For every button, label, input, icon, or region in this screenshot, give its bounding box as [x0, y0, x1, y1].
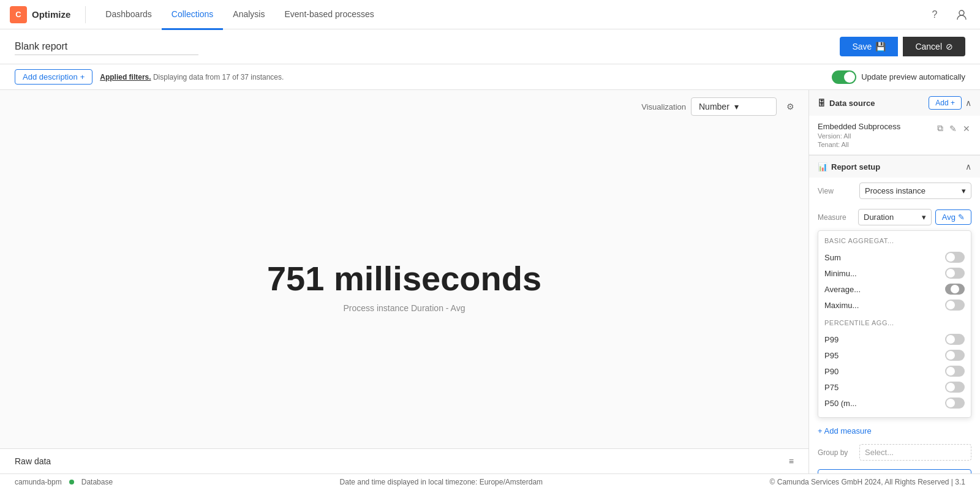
viz-type-select[interactable]: Number ▾: [691, 97, 777, 116]
tab-event-based[interactable]: Event-based processes: [274, 1, 383, 30]
measure-label: Measure: [818, 213, 854, 222]
preview-toggle-label: Update preview automatically: [861, 72, 965, 81]
group-by-placeholder: Select...: [865, 448, 894, 457]
group-by-select[interactable]: Select...: [859, 444, 971, 461]
group-by-row: Group by Select...: [809, 439, 980, 466]
ds-item-info: Embedded Subprocess Version: All Tenant:…: [818, 122, 936, 148]
report-title-input[interactable]: [15, 39, 198, 55]
help-icon[interactable]: ?: [926, 6, 943, 23]
view-select[interactable]: Process instance ▾: [859, 183, 971, 199]
brand-name: Optimize: [32, 9, 70, 20]
p50-label: P50 (m...: [824, 399, 857, 408]
p95-toggle[interactable]: [945, 350, 965, 361]
right-panel: 🗄 Data source Add + ∧ Embedded Subproces…: [809, 90, 980, 473]
measure-row: Measure Duration ▾ Avg ✎: [809, 204, 980, 230]
collapse-data-source-icon[interactable]: ∧: [965, 98, 971, 108]
main-content: Save 💾 Cancel ⊘ Add description + Applie…: [0, 29, 980, 490]
sub-header: Add description + Applied filters. Displ…: [0, 64, 980, 90]
brand-icon: C: [10, 6, 27, 23]
viz-controls: Visualization Number ▾ ⚙: [0, 90, 809, 123]
ds-item-version: Version: All: [818, 132, 936, 140]
view-value: Process instance: [865, 186, 925, 195]
agg-item-max: Maximu...: [824, 297, 965, 313]
save-label: Save: [852, 42, 872, 51]
edit-ds-icon[interactable]: ✎: [948, 123, 958, 135]
p99-toggle[interactable]: [945, 334, 965, 345]
save-button[interactable]: Save 💾: [840, 37, 898, 56]
sub-left: Add description + Applied filters. Displ…: [15, 69, 284, 89]
big-number-display: 751 milliseconds: [267, 258, 541, 298]
measure-select[interactable]: Duration ▾: [858, 209, 932, 225]
cancel-button[interactable]: Cancel ⊘: [903, 37, 965, 56]
add-measure-row: + Add measure: [809, 423, 980, 439]
chart-area: 751 milliseconds Process instance Durati…: [0, 123, 809, 448]
report-setup-header[interactable]: 📊 Report setup ∧: [809, 156, 980, 178]
tab-dashboards[interactable]: Dashboards: [96, 1, 162, 30]
copy-ds-icon[interactable]: ⧉: [936, 122, 944, 135]
database-icon: 🗄: [818, 99, 826, 108]
report-setup-section: 📊 Report setup ∧ View Process instance ▾…: [809, 156, 980, 473]
add-data-source-button[interactable]: Add +: [929, 96, 962, 110]
nav-right: ?: [926, 6, 970, 23]
cancel-label: Cancel: [915, 42, 942, 51]
sum-label: Sum: [824, 253, 841, 262]
view-row: View Process instance ▾: [809, 178, 980, 204]
avg-label: Avg: [942, 213, 956, 222]
brand: C Optimize: [10, 6, 70, 23]
ds-item-name: Embedded Subprocess: [818, 122, 936, 131]
tab-analysis[interactable]: Analysis: [223, 1, 274, 30]
raw-data-icon: ≡: [789, 456, 794, 466]
delete-ds-icon[interactable]: ✕: [962, 123, 971, 135]
preview-toggle-area: Update preview automatically: [832, 70, 965, 89]
add-measure-button[interactable]: + Add measure: [818, 426, 872, 435]
connection-status-dot: [69, 480, 74, 484]
viz-gear-icon[interactable]: ⚙: [782, 98, 799, 115]
content-area: Visualization Number ▾ ⚙ 751 millisecond…: [0, 90, 980, 473]
process-instance-part-button[interactable]: Process instance part: [818, 469, 971, 473]
report-header: Save 💾 Cancel ⊘: [0, 29, 980, 64]
header-actions: Save 💾 Cancel ⊘: [840, 37, 965, 56]
chart-sub-label: Process instance Duration - Avg: [344, 303, 466, 313]
preview-toggle-switch[interactable]: [832, 70, 856, 84]
data-source-header[interactable]: 🗄 Data source Add + ∧: [809, 90, 980, 116]
p90-toggle[interactable]: [945, 366, 965, 377]
tab-collections[interactable]: Collections: [162, 1, 223, 30]
save-disk-icon: 💾: [875, 42, 886, 51]
agg-item-p50: P50 (m...: [824, 395, 965, 411]
avg-label-item: Average...: [824, 285, 861, 294]
data-source-item: Embedded Subprocess Version: All Tenant:…: [809, 116, 980, 155]
timezone-label: Date and time displayed in local timezon…: [340, 478, 543, 486]
aggregation-dropdown: Basic aggregat... Sum Minimu... Average.…: [818, 230, 971, 418]
viz-type-value: Number: [699, 102, 729, 111]
toggle-knob: [844, 72, 855, 83]
sum-toggle[interactable]: [945, 252, 965, 263]
avg-edit-icon: ✎: [958, 213, 965, 222]
status-left: camunda-bpm Database: [15, 478, 113, 486]
max-toggle[interactable]: [945, 300, 965, 311]
p90-label: P90: [824, 367, 839, 376]
avg-toggle[interactable]: [945, 284, 965, 295]
collapse-report-setup-icon[interactable]: ∧: [965, 162, 971, 172]
p75-toggle[interactable]: [945, 382, 965, 393]
max-label: Maximu...: [824, 301, 859, 310]
cancel-icon: ⊘: [946, 42, 953, 51]
avg-button[interactable]: Avg ✎: [935, 209, 971, 225]
group-by-label: Group by: [818, 448, 854, 457]
nav-divider: [85, 6, 86, 23]
bar-chart-icon: 📊: [818, 162, 827, 172]
measure-value: Duration: [864, 213, 894, 222]
add-description-label: Add description: [23, 72, 78, 81]
min-toggle[interactable]: [945, 268, 965, 279]
applied-filters-link[interactable]: Applied filters.: [100, 73, 151, 81]
measure-chevron-icon: ▾: [922, 213, 926, 222]
p50-toggle[interactable]: [945, 398, 965, 409]
connection-label: Database: [81, 478, 113, 486]
raw-data-label: Raw data: [15, 456, 51, 466]
add-description-button[interactable]: Add description +: [15, 69, 92, 85]
top-nav: C Optimize Dashboards Collections Analys…: [0, 0, 980, 29]
canvas: Visualization Number ▾ ⚙ 751 millisecond…: [0, 90, 809, 473]
p99-label: P99: [824, 335, 839, 344]
user-icon[interactable]: [953, 6, 970, 23]
viz-label: Visualization: [641, 102, 686, 111]
report-setup-title: 📊 Report setup: [818, 162, 880, 172]
